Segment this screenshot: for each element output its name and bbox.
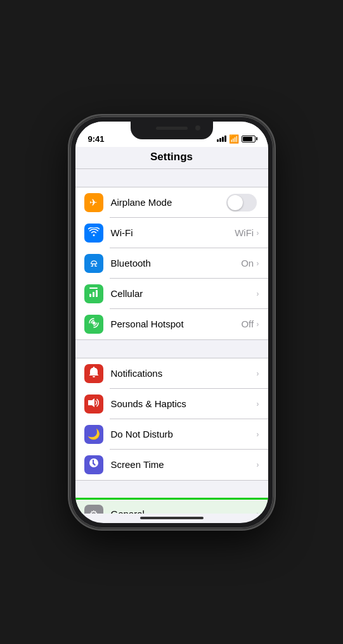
sounds-icon-wrap — [84, 395, 103, 414]
hotspot-value: Off — [241, 319, 254, 329]
speaker — [156, 127, 188, 130]
dnd-icon-wrap: 🌙 — [84, 425, 103, 444]
battery-fill — [243, 137, 252, 141]
dnd-icon: 🌙 — [87, 428, 100, 440]
bluetooth-label: Bluetooth — [111, 258, 242, 268]
settings-list[interactable]: ✈ Airplane Mode — [75, 169, 268, 514]
notifications-group: Notifications › Sounds — [75, 358, 268, 481]
cellular-label: Cellular — [111, 288, 257, 299]
section-gap-2 — [75, 340, 268, 358]
home-indicator[interactable] — [140, 517, 204, 519]
airplane-mode-label: Airplane Mode — [111, 197, 226, 208]
status-icons: 📶 — [217, 134, 256, 144]
connectivity-group: ✈ Airplane Mode — [75, 187, 268, 340]
phone-frame: 9:41 📶 Settings — [70, 117, 273, 528]
cellular-chevron: › — [256, 289, 259, 298]
section-gap-1 — [75, 169, 268, 187]
general-chevron: › — [256, 509, 259, 514]
page-header: Settings — [75, 147, 268, 169]
bar1 — [217, 139, 219, 142]
hotspot-icon-wrap — [84, 315, 103, 334]
airplane-toggle[interactable] — [226, 194, 257, 212]
section-gap-3 — [75, 481, 268, 498]
notifications-label: Notifications — [111, 368, 257, 379]
sounds-icon — [88, 398, 100, 410]
screen-time-item[interactable]: Screen Time › — [75, 450, 268, 480]
wifi-item[interactable]: Wi-Fi WiFi › — [75, 218, 268, 248]
general-item[interactable]: ⚙ General › — [75, 499, 268, 514]
hotspot-chevron: › — [256, 319, 259, 329]
bar3 — [222, 137, 224, 142]
screen-time-label: Screen Time — [111, 459, 257, 470]
bluetooth-icon-wrap: ⍾ — [84, 254, 103, 273]
general-label: General — [111, 508, 257, 514]
notifications-icon — [89, 367, 99, 380]
cellular-icon-wrap — [84, 284, 103, 303]
screen-time-chevron: › — [256, 460, 259, 469]
screen-time-icon-wrap — [84, 455, 103, 474]
toggle-thumb — [228, 195, 243, 210]
hotspot-icon — [88, 317, 100, 331]
wifi-settings-icon — [88, 227, 100, 238]
hotspot-label: Personal Hotspot — [111, 319, 242, 329]
airplane-mode-icon-wrap: ✈ — [84, 193, 103, 212]
battery-icon — [242, 136, 256, 142]
dnd-item[interactable]: 🌙 Do Not Disturb › — [75, 419, 268, 450]
svg-rect-0 — [89, 294, 91, 297]
bluetooth-value: On — [241, 258, 254, 268]
notifications-icon-wrap — [84, 364, 103, 383]
svg-rect-3 — [89, 287, 98, 289]
general-group: ⚙ General › — [75, 498, 268, 514]
sounds-chevron: › — [256, 399, 259, 408]
cellular-icon — [89, 287, 99, 300]
page-title: Settings — [150, 151, 193, 163]
bluetooth-item[interactable]: ⍾ Bluetooth On › — [75, 248, 268, 279]
svg-marker-5 — [88, 398, 94, 407]
status-time: 9:41 — [88, 134, 105, 144]
screen-time-icon — [89, 458, 99, 471]
bar2 — [219, 138, 221, 142]
signal-icon — [217, 136, 226, 142]
cellular-item[interactable]: Cellular › — [75, 279, 268, 309]
notifications-item[interactable]: Notifications › — [75, 358, 268, 389]
svg-rect-1 — [93, 292, 94, 297]
wifi-icon: 📶 — [229, 134, 239, 144]
dnd-chevron: › — [256, 429, 259, 439]
sounds-label: Sounds & Haptics — [111, 398, 257, 409]
wifi-value: WiFi — [235, 227, 254, 238]
bluetooth-chevron: › — [256, 258, 259, 268]
svg-point-4 — [92, 322, 95, 325]
svg-rect-2 — [96, 290, 98, 297]
front-camera — [195, 125, 200, 130]
general-icon-wrap: ⚙ — [84, 505, 103, 514]
notifications-chevron: › — [256, 369, 259, 378]
airplane-mode-item[interactable]: ✈ Airplane Mode — [75, 187, 268, 218]
hotspot-item[interactable]: Personal Hotspot Off › — [75, 309, 268, 339]
bar4 — [224, 136, 226, 142]
airplane-icon: ✈ — [89, 197, 98, 208]
bluetooth-icon: ⍾ — [91, 258, 97, 269]
wifi-icon-wrap — [84, 224, 103, 243]
dnd-label: Do Not Disturb — [111, 429, 257, 439]
sounds-item[interactable]: Sounds & Haptics › — [75, 389, 268, 419]
wifi-label: Wi-Fi — [111, 227, 235, 238]
general-icon: ⚙ — [89, 508, 98, 514]
wifi-chevron: › — [256, 228, 259, 237]
screen: 9:41 📶 Settings — [75, 122, 268, 523]
notch — [131, 122, 213, 139]
